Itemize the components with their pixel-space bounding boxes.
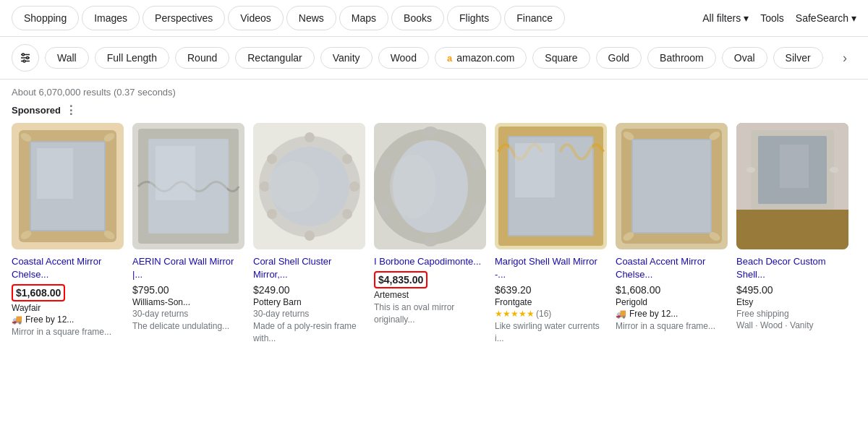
svg-rect-57 — [736, 210, 848, 249]
filter-chip-amazon[interactable]: a amazon.com — [435, 47, 527, 69]
svg-point-63 — [830, 167, 838, 173]
filter-next-button[interactable]: › — [833, 46, 856, 69]
svg-point-38 — [423, 236, 438, 247]
svg-point-31 — [268, 161, 319, 212]
product-title-2: AERIN Coral Wall Mirror |... — [132, 255, 244, 281]
nav-tab-images[interactable]: Images — [82, 6, 140, 30]
svg-point-41 — [390, 155, 436, 218]
svg-point-35 — [423, 127, 438, 137]
product-title-5: Marigot Shell Wall Mirror -... — [495, 255, 607, 281]
nav-tab-books[interactable]: Books — [391, 6, 444, 30]
chevron-down-icon: ▾ — [744, 12, 749, 24]
product-meta-2: 30-day returns — [132, 309, 244, 319]
product-card-7[interactable]: Beach Decor Custom Shell... $495.00 Etsy… — [736, 123, 848, 345]
nav-tab-maps[interactable]: Maps — [339, 6, 388, 30]
nav-tab-finance[interactable]: Finance — [504, 6, 565, 30]
stars-icon: ★★★★★ — [495, 309, 535, 319]
product-price-box-1: $1,608.00 — [12, 284, 124, 303]
product-store-3: Pottery Barn — [253, 297, 365, 307]
filter-chip-bathroom[interactable]: Bathroom — [647, 47, 716, 69]
product-rating-5: ★★★★★ (16) — [495, 309, 607, 319]
filter-chip-wood[interactable]: Wood — [378, 47, 429, 69]
svg-point-4 — [27, 57, 29, 59]
svg-point-30 — [267, 154, 277, 164]
svg-point-29 — [260, 181, 270, 192]
product-meta2-7: Wall · Wood · Vanity — [736, 320, 848, 330]
nav-tab-videos[interactable]: Videos — [228, 6, 284, 30]
svg-point-26 — [342, 209, 352, 219]
product-title-6: Coastal Accent Mirror Chelse... — [616, 255, 728, 281]
amazon-logo-icon: a — [447, 53, 452, 64]
product-title-3: Coral Shell Cluster Mirror,... — [253, 255, 365, 281]
nav-tab-news[interactable]: News — [286, 6, 336, 30]
tools-button[interactable]: Tools — [760, 12, 784, 24]
product-title-7: Beach Decor Custom Shell... — [736, 255, 848, 281]
product-title-1: Coastal Accent Mirror Chelse... — [12, 255, 124, 281]
product-store-2: Williams-Son... — [132, 297, 244, 307]
product-image-2 — [132, 123, 244, 249]
filter-chip-vanity[interactable]: Vanity — [320, 47, 373, 69]
svg-rect-61 — [780, 145, 809, 188]
svg-point-5 — [23, 60, 25, 62]
filter-chip-round[interactable]: Round — [175, 47, 229, 69]
product-card-1[interactable]: Coastal Accent Mirror Chelse... $1,608.0… — [12, 123, 124, 345]
product-image-7 — [736, 123, 848, 249]
results-summary: About 6,070,000 results (0.37 seconds) — [0, 80, 868, 100]
svg-point-24 — [342, 154, 352, 164]
nav-tab-perspectives[interactable]: Perspectives — [142, 6, 225, 30]
product-desc-5: Like swirling water currents i... — [495, 320, 607, 345]
products-grid: Coastal Accent Mirror Chelse... $1,608.0… — [12, 123, 856, 345]
product-store-4: Artemest — [374, 290, 486, 300]
nav-right: All filters ▾ Tools SafeSearch ▾ — [702, 12, 856, 24]
product-card-4[interactable]: I Borbone Capodimonte... $4,835.00 Artem… — [374, 123, 486, 345]
product-meta-7: Free shipping — [736, 309, 848, 319]
filter-chip-full-length[interactable]: Full Length — [95, 47, 169, 69]
filter-chip-wall[interactable]: Wall — [45, 47, 89, 69]
product-card-2[interactable]: AERIN Coral Wall Mirror |... $795.00 Wil… — [132, 123, 244, 345]
product-image-5 — [495, 123, 607, 249]
product-shipping-6: 🚚 Free by 12... — [616, 309, 728, 319]
product-store-7: Etsy — [736, 297, 848, 307]
truck-icon: 🚚 — [616, 309, 626, 319]
product-desc-3: Made of a poly-resin frame with... — [253, 320, 365, 345]
more-options-icon[interactable]: ⋮ — [65, 103, 77, 117]
chevron-down-icon: ▾ — [851, 12, 856, 24]
svg-point-25 — [349, 181, 359, 192]
product-desc-4: This is an oval mirror originally... — [374, 301, 486, 326]
filter-chip-silver[interactable]: Silver — [773, 47, 823, 69]
product-image-1 — [12, 123, 124, 249]
nav-tabs: Shopping Images Perspectives Videos News… — [12, 6, 702, 30]
product-card-5[interactable]: Marigot Shell Wall Mirror -... $639.20 F… — [495, 123, 607, 345]
product-card-3[interactable]: Coral Shell Cluster Mirror,... $249.00 P… — [253, 123, 365, 345]
nav-tab-shopping[interactable]: Shopping — [12, 6, 79, 30]
svg-point-62 — [746, 167, 755, 173]
sponsored-label: Sponsored — [12, 105, 61, 116]
svg-point-28 — [267, 209, 277, 219]
filter-chip-gold[interactable]: Gold — [596, 47, 642, 69]
filter-chip-oval[interactable]: Oval — [722, 47, 767, 69]
filter-icon-button[interactable] — [12, 44, 39, 72]
filter-chip-rectangular[interactable]: Rectangular — [235, 47, 315, 69]
top-nav: Shopping Images Perspectives Videos News… — [0, 0, 868, 37]
product-price-4: $4,835.00 — [378, 274, 423, 286]
product-price-6: $1,608.00 — [616, 284, 728, 296]
filter-chip-square[interactable]: Square — [532, 47, 590, 69]
product-desc-2: The delicate undulating... — [132, 320, 244, 333]
safe-search-button[interactable]: SafeSearch ▾ — [796, 12, 856, 24]
sponsored-section: Sponsored ⋮ — [0, 100, 868, 123]
product-image-3 — [253, 123, 365, 249]
product-store-5: Frontgate — [495, 297, 607, 307]
product-card-6[interactable]: Coastal Accent Mirror Chelse... $1,608.0… — [616, 123, 728, 345]
filter-bar: Wall Full Length Round Rectangular Vanit… — [0, 37, 868, 80]
svg-point-3 — [22, 53, 25, 56]
nav-tab-flights[interactable]: Flights — [447, 6, 501, 30]
all-filters-button[interactable]: All filters ▾ — [702, 12, 749, 24]
product-price-1: $1,608.00 — [16, 287, 61, 299]
product-price-2: $795.00 — [132, 284, 244, 296]
product-price-3: $249.00 — [253, 284, 365, 296]
product-meta-3: 30-day returns — [253, 309, 365, 319]
products-container: Coastal Accent Mirror Chelse... $1,608.0… — [0, 123, 868, 345]
product-store-6: Perigold — [616, 297, 728, 307]
product-store-1: Wayfair — [12, 303, 124, 313]
truck-icon: 🚚 — [12, 314, 22, 325]
